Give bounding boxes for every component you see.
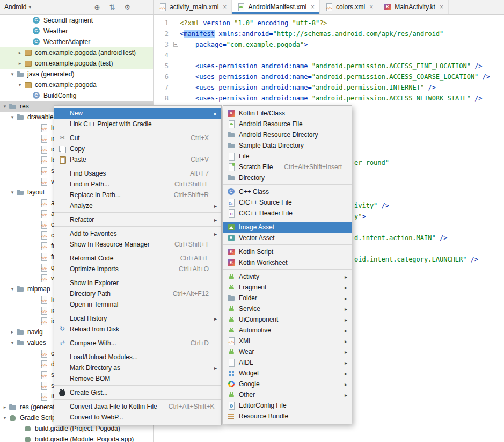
new-submenu-item-automotive[interactable]: Automotive▸ [223, 325, 352, 336]
new-submenu-item-service[interactable]: Service▸ [223, 303, 352, 314]
tree-row-com-example-pogoda-test[interactable]: ▸com.example.pogoda (test) [0, 58, 153, 69]
new-submenu-item-activity[interactable]: Activity▸ [223, 271, 352, 282]
new-submenu-item-file[interactable]: File [223, 151, 352, 162]
context-menu-item-convert-to-webp[interactable]: Convert to WebP... [54, 412, 221, 423]
chevron-expanded-icon[interactable]: ▾ [1, 104, 9, 109]
new-submenu-item-xml[interactable]: XML▸ [223, 336, 352, 346]
context-menu-item-find-in-path[interactable]: Find in Path...Ctrl+Shift+F [54, 179, 221, 190]
context-menu-item-compare-with[interactable]: Compare With...Ctrl+D [54, 338, 221, 349]
tab-mainactivity-kt[interactable]: MainActivity.kt× [378, 0, 449, 14]
new-submenu-item-aidl[interactable]: AIDL▸ [223, 357, 352, 368]
tree-row-label: com.example.pogoda (androidTest) [35, 49, 136, 56]
tab-activity-main-xml[interactable]: activity_main.xml× [154, 0, 232, 14]
tree-row-com-example-pogoda[interactable]: ▾com.example.pogoda [0, 79, 153, 90]
new-submenu-item-kotlin-script[interactable]: Kotlin Script [223, 247, 352, 257]
context-menu-item-reformat-code[interactable]: Reformat CodeCtrl+Alt+L [54, 253, 221, 264]
context-menu-item-new[interactable]: New▸ [54, 108, 221, 119]
new-submenu-item-directory[interactable]: Directory [223, 172, 352, 183]
close-icon[interactable]: × [311, 4, 315, 10]
tree-row-com-example-pogoda-androidtest[interactable]: ▸com.example.pogoda (androidTest) [0, 47, 153, 58]
context-menu-item-paste[interactable]: PasteCtrl+V [54, 154, 221, 165]
new-submenu-item-c-c-source-file[interactable]: C/C++ Source File [223, 197, 352, 208]
chevron-expanded-icon[interactable]: ▾ [16, 82, 24, 88]
new-submenu-item-resource-bundle[interactable]: Resource Bundle [223, 411, 352, 422]
context-menu-item-open-in-terminal[interactable]: Open in Terminal [54, 299, 221, 310]
close-icon[interactable]: × [440, 4, 443, 10]
chevron-expanded-icon[interactable]: ▾ [9, 340, 16, 345]
new-submenu-item-kotlin-file-class[interactable]: Kotlin File/Class [223, 108, 352, 119]
new-submenu-item-widget[interactable]: Widget▸ [223, 368, 352, 379]
new-submenu-item-android-resource-file[interactable]: Android Resource File [223, 119, 352, 129]
project-view-label: Android [4, 3, 26, 11]
code-fragment: y"> [354, 211, 366, 222]
android-icon [227, 326, 236, 335]
tree-row-weatheradapter[interactable]: WeatherAdapter [0, 37, 153, 47]
new-submenu-item-editorconfig-file[interactable]: EditorConfig File [223, 400, 352, 411]
context-menu-item-analyze[interactable]: Analyze▸ [54, 200, 221, 211]
indent-spacer [0, 386, 40, 386]
tab-androidmanifest-xml[interactable]: AndroidManifest.xml× [232, 0, 320, 14]
menu-item-label: Sample Data Directory [239, 142, 339, 149]
tree-row-weather[interactable]: Weather [0, 26, 153, 37]
context-menu-item-mark-directory-as[interactable]: Mark Directory as▸ [54, 363, 221, 373]
new-submenu-item-android-resource-directory[interactable]: Android Resource Directory [223, 129, 352, 140]
new-submenu-item-image-asset[interactable]: Image Asset [223, 222, 352, 233]
context-menu-item-show-in-resource-manager[interactable]: Show In Resource ManagerCtrl+Shift+T [54, 239, 221, 250]
tree-row-label: build.gradle (Project: Pogoda) [35, 425, 120, 432]
new-submenu-item-fragment[interactable]: Fragment▸ [223, 282, 352, 293]
hide-panel-icon[interactable]: — [138, 0, 147, 15]
context-menu-item-create-gist[interactable]: Create Gist... [54, 387, 221, 398]
context-menu-item-load-unload-modules[interactable]: Load/Unload Modules... [54, 352, 221, 363]
new-submenu-item-scratch-file[interactable]: Scratch FileCtrl+Alt+Shift+Insert [223, 162, 352, 172]
context-menu-item-refactor[interactable]: Refactor▸ [54, 214, 221, 225]
context-menu-item-optimize-imports[interactable]: Optimize ImportsCtrl+Alt+O [54, 264, 221, 274]
context-menu-item-show-in-explorer[interactable]: Show in Explorer [54, 278, 221, 288]
settings-gear-icon[interactable]: ⚙ [123, 0, 132, 15]
chevron-expanded-icon[interactable]: ▾ [9, 71, 16, 77]
chevron-collapsed-icon[interactable]: ▸ [16, 61, 24, 66]
chevron-expanded-icon[interactable]: ▾ [9, 286, 16, 292]
collapse-expand-icon[interactable]: ⇅ [108, 0, 116, 15]
tree-row-secondfragment[interactable]: SecondFragment [0, 15, 153, 26]
new-submenu-item-kotlin-worksheet[interactable]: Kotlin Worksheet [223, 257, 352, 268]
context-menu-item-local-history[interactable]: Local History▸ [54, 313, 221, 324]
close-icon[interactable]: × [369, 4, 373, 10]
tree-row-buildconfig[interactable]: BuildConfig [0, 90, 153, 101]
new-submenu-item-other[interactable]: Other▸ [223, 389, 352, 400]
chevron-expanded-icon[interactable]: ▾ [9, 190, 16, 195]
chevron-collapsed-icon[interactable]: ▸ [1, 404, 9, 410]
context-menu-item-reload-from-disk[interactable]: Reload from Disk [54, 324, 221, 335]
tree-row-java-generated[interactable]: ▾java (generated) [0, 69, 153, 79]
new-submenu-item-sample-data-directory[interactable]: Sample Data Directory [223, 140, 352, 151]
new-submenu-item-uicomponent[interactable]: UiComponent▸ [223, 314, 352, 325]
locate-file-icon[interactable]: ⊕ [93, 0, 101, 15]
context-menu-item-cut[interactable]: CutCtrl+X [54, 133, 221, 143]
close-icon[interactable]: × [223, 4, 227, 10]
resource-bundle-icon [227, 412, 236, 421]
menu-item-label: Kotlin File/Class [239, 110, 339, 117]
context-menu-item-remove-bom[interactable]: Remove BOM [54, 373, 221, 384]
tab-colors-xml[interactable]: colors.xml× [320, 0, 378, 14]
context-menu-item-find-usages[interactable]: Find UsagesAlt+F7 [54, 168, 221, 179]
context-menu-item-replace-in-path[interactable]: Replace in Path...Ctrl+Shift+R [54, 190, 221, 200]
xml-file-icon [40, 381, 48, 390]
chevron-collapsed-icon[interactable]: ▸ [9, 329, 16, 335]
new-submenu-item-wear[interactable]: Wear▸ [223, 346, 352, 357]
context-menu-item-link-c-project-with-gradle[interactable]: Link C++ Project with Gradle [54, 119, 221, 129]
new-submenu-item-vector-asset[interactable]: Vector Asset [223, 233, 352, 243]
context-menu-item-directory-path[interactable]: Directory PathCtrl+Alt+F12 [54, 288, 221, 299]
chevron-expanded-icon[interactable]: ▾ [1, 415, 9, 421]
new-submenu-item-google[interactable]: Google▸ [223, 379, 352, 389]
context-menu-item-convert-java-file-to-kotlin-file[interactable]: Convert Java File to Kotlin FileCtrl+Alt… [54, 401, 221, 412]
context-menu-item-add-to-favorites[interactable]: Add to Favorites▸ [54, 228, 221, 239]
new-submenu-item-c-c-header-file[interactable]: C/C++ Header File [223, 208, 352, 219]
chevron-collapsed-icon[interactable]: ▸ [16, 50, 24, 55]
context-menu-item-copy[interactable]: Copy [54, 143, 221, 154]
new-submenu-item-c-class[interactable]: C++ Class [223, 186, 352, 197]
fold-marker-icon[interactable]: − [173, 42, 178, 47]
tree-row-build-gradle-module-pogoda-app[interactable]: build.gradle (Module: Pogoda.app) [0, 434, 153, 442]
chevron-expanded-icon[interactable]: ▾ [9, 114, 16, 120]
new-submenu-item-folder[interactable]: Folder▸ [223, 293, 352, 303]
project-view-selector[interactable]: Android ▾ [4, 3, 31, 11]
menu-item-label: Google [239, 380, 339, 388]
